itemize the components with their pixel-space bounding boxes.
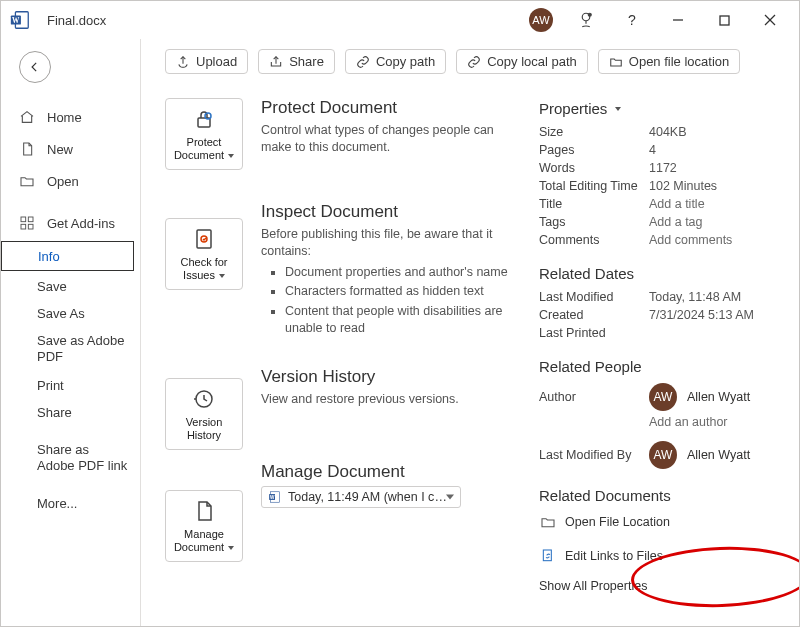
protect-document-tile[interactable]: Protect Document [165,98,243,170]
prop-value-add-title[interactable]: Add a title [649,197,779,211]
back-button[interactable] [19,51,51,83]
home-icon [19,109,35,125]
sidebar-item-addins[interactable]: Get Add-ins [1,207,140,239]
section-text: View and restore previous versions. [261,391,511,408]
sidebar-item-new[interactable]: New [1,133,140,165]
copy-local-path-button[interactable]: Copy local path [456,49,588,74]
sidebar-item-more[interactable]: More... [1,490,140,517]
lastmod-label: Last Modified By [539,448,649,462]
inspect-document-section: Inspect Document Before publishing this … [261,202,511,337]
version-history-section: Version History View and restore previou… [261,367,511,408]
author-avatar[interactable]: AW [649,383,677,411]
sidebar-label: Get Add-ins [47,216,115,231]
user-avatar-small[interactable]: AW [529,8,553,32]
tile-label: Protect Document [170,136,238,162]
properties-header[interactable]: Properties [539,100,779,117]
help-button[interactable]: ? [609,4,655,36]
properties-panel: Properties Size404KB Pages4 Words1172 To… [539,98,779,612]
sidebar-label: Save As [37,306,85,321]
sidebar-item-info[interactable]: Info [1,241,134,271]
upload-button[interactable]: Upload [165,49,248,74]
date-label: Last Printed [539,326,649,340]
sidebar-item-save[interactable]: Save [1,273,140,300]
word-app-icon: W [7,7,33,33]
sidebar-item-open[interactable]: Open [1,165,140,197]
open-icon [19,173,35,189]
manage-document-tile[interactable]: Manage Document [165,490,243,562]
link-label: Open File Location [565,515,670,529]
button-label: Copy local path [487,54,577,69]
folder-icon [609,55,623,69]
sidebar-item-share[interactable]: Share [1,399,140,426]
recent-entry-label: Today, 11:49 AM (when I closed... [288,490,448,504]
prop-label: Words [539,161,649,175]
voice-icon[interactable] [563,4,609,36]
manage-recent-dropdown[interactable]: W Today, 11:49 AM (when I closed... [261,486,461,508]
prop-label: Pages [539,143,649,157]
section-text: Before publishing this file, be aware th… [261,226,511,337]
tile-label: Version History [170,416,238,442]
minimize-button[interactable] [655,4,701,36]
button-label: Copy path [376,54,435,69]
prop-value-add-tag[interactable]: Add a tag [649,215,779,229]
check-issues-tile[interactable]: Check for Issues [165,218,243,290]
date-label: Created [539,308,649,322]
svg-rect-9 [21,217,26,222]
sidebar-label: Info [38,249,60,264]
sidebar-label: Save [37,279,67,294]
sidebar-item-print[interactable]: Print [1,372,140,399]
section-heading: Protect Document [261,98,511,118]
copy-path-button[interactable]: Copy path [345,49,446,74]
add-author-link[interactable]: Add an author [649,415,779,429]
info-panel: Upload Share Copy path Copy local path O… [141,39,799,627]
lock-shield-icon [192,106,216,132]
document-icon [192,498,216,524]
sidebar-label: Save as Adobe PDF [37,333,128,366]
section-heading: Manage Document [261,462,511,482]
link-file-icon [539,547,557,565]
upload-icon [176,55,190,69]
edit-links-to-files-link[interactable]: Edit Links to Files [539,544,779,568]
open-file-location-link[interactable]: Open File Location [539,510,779,534]
prop-label: Comments [539,233,649,247]
addins-icon [19,215,35,231]
author-label: Author [539,390,649,404]
lastmod-avatar[interactable]: AW [649,441,677,469]
version-history-tile[interactable]: Version History [165,378,243,450]
sidebar-item-save-adobe[interactable]: Save as Adobe PDF [1,327,140,372]
history-icon [192,386,216,412]
date-value: Today, 11:48 AM [649,290,779,304]
lastmod-name: Allen Wyatt [687,448,750,462]
sidebar-item-save-as[interactable]: Save As [1,300,140,327]
prop-value-add-comments[interactable]: Add comments [649,233,779,247]
prop-value: 4 [649,143,779,157]
maximize-button[interactable] [701,4,747,36]
word-doc-icon: W [268,490,282,504]
sidebar-label: New [47,142,73,157]
protect-document-section: Protect Document Control what types of c… [261,98,511,156]
sidebar-item-share-adobe[interactable]: Share as Adobe PDF link [1,436,140,481]
prop-label: Title [539,197,649,211]
svg-rect-12 [28,224,33,229]
new-icon [19,141,35,157]
folder-icon [539,513,557,531]
date-value [649,326,779,340]
link-icon [356,55,370,69]
svg-point-4 [588,13,591,16]
author-name: Allen Wyatt [687,390,750,404]
show-all-properties-link[interactable]: Show All Properties [539,576,779,596]
button-label: Upload [196,54,237,69]
open-location-button[interactable]: Open file location [598,49,740,74]
sidebar-item-home[interactable]: Home [1,101,140,133]
inspect-bullet: Characters formatted as hidden text [285,283,511,300]
sidebar-label: Print [37,378,64,393]
svg-rect-6 [720,16,729,25]
close-button[interactable] [747,4,793,36]
share-button[interactable]: Share [258,49,335,74]
prop-label: Size [539,125,649,139]
backstage-sidebar: Home New Open Get Add-ins Info Save Save… [1,39,141,627]
inspect-bullet: Document properties and author's name [285,264,511,281]
section-text: Control what types of changes people can… [261,122,511,156]
svg-rect-11 [21,224,26,229]
date-value: 7/31/2024 5:13 AM [649,308,779,322]
